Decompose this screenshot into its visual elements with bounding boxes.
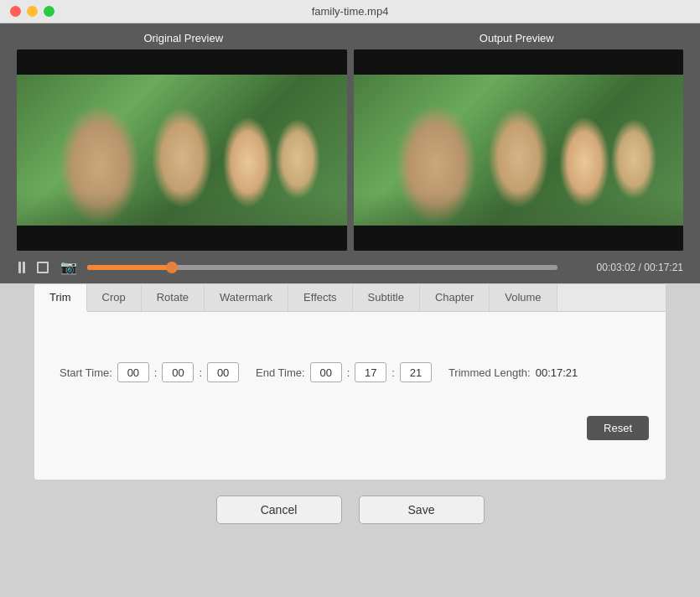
- end-hh-input[interactable]: [310, 362, 342, 382]
- bottom-bar: Cancel Save: [0, 480, 700, 539]
- progress-fill: [87, 265, 172, 270]
- reset-button[interactable]: Reset: [587, 416, 649, 440]
- video-top-bar-left: [17, 49, 347, 75]
- square-icon: [37, 262, 49, 273]
- trimmed-length-group: Trimmed Length: 00:17:21: [449, 366, 578, 379]
- end-ss-input[interactable]: [400, 362, 432, 382]
- main-area: Original Preview Output Preview: [0, 23, 700, 283]
- preview-panels: [17, 49, 683, 251]
- end-mm-input[interactable]: [355, 362, 386, 382]
- stop-button[interactable]: [35, 260, 50, 275]
- output-video-panel: [354, 49, 684, 251]
- trimmed-length-value: 00:17:21: [536, 366, 578, 379]
- minimize-button[interactable]: [27, 6, 38, 17]
- trim-controls: Start Time: : : End Time: : : Trimmed: [51, 362, 649, 382]
- tab-content: Start Time: : : End Time: : : Trimmed: [34, 312, 666, 480]
- camera-icon: 📷: [60, 259, 77, 275]
- screenshot-button[interactable]: 📷: [59, 257, 79, 277]
- tab-watermark[interactable]: Watermark: [205, 284, 288, 311]
- controls-bar: 📷 00:03:02 / 00:17:21: [0, 251, 700, 283]
- progress-bar[interactable]: [87, 265, 557, 270]
- video-bottom-bar-left: [17, 226, 347, 251]
- tab-effects[interactable]: Effects: [288, 284, 353, 311]
- start-hh-input[interactable]: [117, 362, 149, 382]
- start-time-group: Start Time: : :: [60, 362, 239, 382]
- video-bottom-bar-right: [354, 226, 684, 251]
- save-button[interactable]: Save: [359, 496, 485, 524]
- tab-subtitle[interactable]: Subtitle: [353, 284, 420, 311]
- start-sep2: :: [199, 366, 202, 379]
- pause-button[interactable]: [17, 260, 27, 275]
- tab-section: Trim Crop Rotate Watermark Effects Subti…: [34, 283, 666, 480]
- end-time-group: End Time: : :: [256, 362, 432, 382]
- window-controls: [10, 6, 54, 17]
- start-time-label: Start Time:: [60, 366, 112, 379]
- close-button[interactable]: [10, 6, 21, 17]
- pause-icon: [18, 262, 25, 273]
- tab-crop[interactable]: Crop: [87, 284, 142, 311]
- start-ss-input[interactable]: [207, 362, 239, 382]
- tab-chapter[interactable]: Chapter: [420, 284, 490, 311]
- video-top-bar-right: [354, 49, 684, 75]
- end-sep1: :: [347, 366, 350, 379]
- start-sep1: :: [154, 366, 158, 379]
- time-display: 00:03:02 / 00:17:21: [566, 262, 683, 273]
- original-video-panel: [17, 49, 347, 251]
- reset-row: Reset: [51, 416, 649, 440]
- preview-area: Original Preview Output Preview: [0, 23, 700, 251]
- titlebar: family-time.mp4: [0, 0, 700, 23]
- original-video-image: [17, 75, 347, 226]
- cancel-button[interactable]: Cancel: [216, 496, 342, 524]
- maximize-button[interactable]: [44, 6, 54, 17]
- trimmed-length-label: Trimmed Length:: [449, 366, 531, 379]
- preview-labels: Original Preview Output Preview: [17, 32, 683, 44]
- tab-volume[interactable]: Volume: [490, 284, 557, 311]
- original-preview-label: Original Preview: [17, 32, 350, 44]
- tab-trim[interactable]: Trim: [34, 284, 87, 312]
- start-mm-input[interactable]: [162, 362, 194, 382]
- end-sep2: :: [391, 366, 395, 379]
- end-time-label: End Time:: [256, 366, 305, 379]
- tab-rotate[interactable]: Rotate: [142, 284, 205, 311]
- progress-thumb: [166, 262, 178, 273]
- tab-bar: Trim Crop Rotate Watermark Effects Subti…: [34, 284, 666, 312]
- output-preview-label: Output Preview: [350, 32, 684, 44]
- window-title: family-time.mp4: [312, 5, 389, 18]
- output-video-image: [354, 75, 684, 226]
